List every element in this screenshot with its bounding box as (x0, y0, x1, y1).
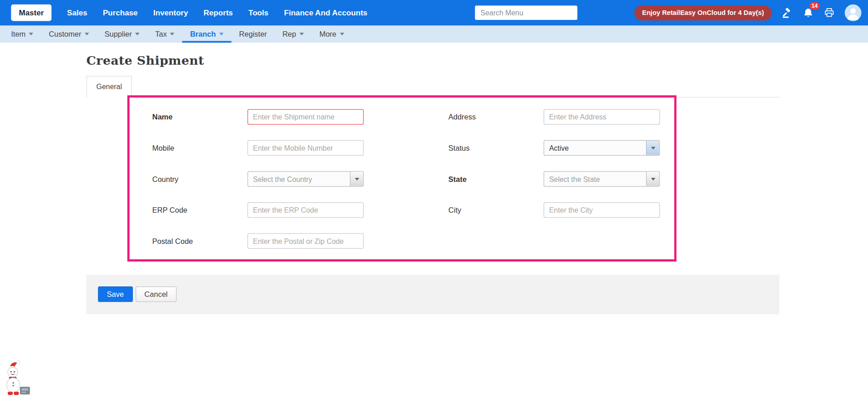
app-window: Master Sales Purchase Inventory Reports … (0, 0, 868, 400)
subnav-item-label: Supplier (104, 30, 132, 38)
shipment-name-input[interactable] (247, 109, 363, 124)
topbar: Master Sales Purchase Inventory Reports … (0, 0, 868, 25)
chevron-down-icon (29, 33, 33, 35)
chevron-down-icon (651, 177, 655, 180)
status-select-value: Active (544, 144, 646, 152)
address-input[interactable] (543, 109, 660, 124)
field-label-status: Status (448, 144, 544, 152)
printer-icon[interactable] (823, 7, 835, 18)
chevron-down-icon[interactable] (350, 172, 363, 186)
subnav-item-label: Branch (190, 30, 216, 38)
notification-badge: 14 (809, 2, 820, 10)
state-select-value: Select the State (544, 175, 646, 183)
tab-strip: General (86, 76, 779, 98)
nav-item-tools[interactable]: Tools (248, 8, 268, 17)
action-bar: Save Cancel (86, 275, 779, 314)
avatar[interactable] (845, 5, 862, 21)
chevron-down-icon (299, 33, 304, 35)
form-section: Name Address Mobile Status Active Countr… (86, 98, 779, 275)
nav-item-sales[interactable]: Sales (67, 8, 87, 17)
country-select[interactable]: Select the Country (247, 171, 363, 186)
page-title: Create Shipment (86, 53, 779, 68)
page: Master Sales Purchase Inventory Reports … (0, 0, 868, 400)
tab-general[interactable]: General (86, 76, 132, 98)
field-label-postal-code: Postal Code (152, 237, 248, 245)
search-menu-input[interactable] (475, 5, 578, 20)
mascot-snowman[interactable] (5, 360, 31, 399)
city-input[interactable] (543, 202, 660, 218)
chevron-down-icon (135, 33, 140, 35)
erp-code-input[interactable] (247, 202, 363, 218)
chevron-down-icon (170, 33, 175, 35)
primary-nav: Master Sales Purchase Inventory Reports … (11, 5, 367, 21)
field-label-erp-code: ERP Code (152, 206, 248, 214)
subnav-item-label: More (319, 30, 336, 38)
country-select-value: Select the Country (248, 175, 350, 183)
mobile-input[interactable] (247, 140, 363, 156)
nav-item-finance-and-accounts[interactable]: Finance And Accounts (284, 8, 367, 17)
field-label-name: Name (152, 113, 248, 121)
subnav: Item Customer Supplier Tax Branch Regist… (0, 25, 868, 43)
state-select[interactable]: Select the State (543, 171, 660, 186)
shipment-form: Name Address Mobile Status Active Countr… (152, 101, 779, 257)
status-select[interactable]: Active (543, 140, 660, 156)
subnav-item-label: Rep (283, 30, 296, 38)
subnav-item-register[interactable]: Register (231, 25, 275, 43)
cancel-button[interactable]: Cancel (136, 286, 177, 302)
subnav-item-rep[interactable]: Rep (274, 25, 311, 43)
trial-banner-button[interactable]: Enjoy RetailEasy OnCloud for 4 Day(s) (634, 5, 772, 20)
subnav-item-supplier[interactable]: Supplier (97, 25, 147, 43)
chevron-down-icon (219, 33, 224, 35)
gavel-icon[interactable] (781, 7, 793, 19)
field-label-city: City (448, 206, 544, 214)
chevron-down-icon (340, 33, 344, 35)
main-content: Create Shipment General Name Address Mob… (86, 53, 779, 314)
topbar-right-cluster: Enjoy RetailEasy OnCloud for 4 Day(s) 14 (634, 0, 861, 25)
subnav-item-customer[interactable]: Customer (41, 25, 97, 43)
chevron-down-icon (354, 177, 359, 180)
subnav-item-label: Item (11, 30, 25, 38)
chevron-down-icon (85, 33, 89, 35)
subnav-item-branch[interactable]: Branch (182, 25, 231, 43)
subnav-item-more[interactable]: More (311, 25, 352, 43)
postal-code-input[interactable] (247, 233, 363, 249)
nav-item-reports[interactable]: Reports (203, 8, 233, 17)
nav-item-inventory[interactable]: Inventory (153, 8, 188, 17)
field-label-country: Country (152, 175, 248, 183)
subnav-item-label: Tax (155, 30, 167, 38)
subnav-item-tax[interactable]: Tax (147, 25, 182, 43)
subnav-item-label: Register (239, 30, 267, 38)
field-label-address: Address (448, 113, 544, 121)
bell-icon[interactable]: 14 (803, 7, 814, 19)
nav-item-master[interactable]: Master (11, 5, 52, 21)
nav-item-purchase[interactable]: Purchase (103, 8, 137, 17)
chevron-down-icon[interactable] (646, 141, 659, 155)
field-label-mobile: Mobile (152, 144, 248, 152)
field-label-state: State (448, 175, 544, 183)
subnav-item-label: Customer (49, 30, 81, 38)
save-button[interactable]: Save (98, 286, 133, 302)
subnav-item-item[interactable]: Item (3, 25, 41, 43)
chevron-down-icon (651, 147, 655, 149)
chevron-down-icon[interactable] (646, 172, 659, 186)
